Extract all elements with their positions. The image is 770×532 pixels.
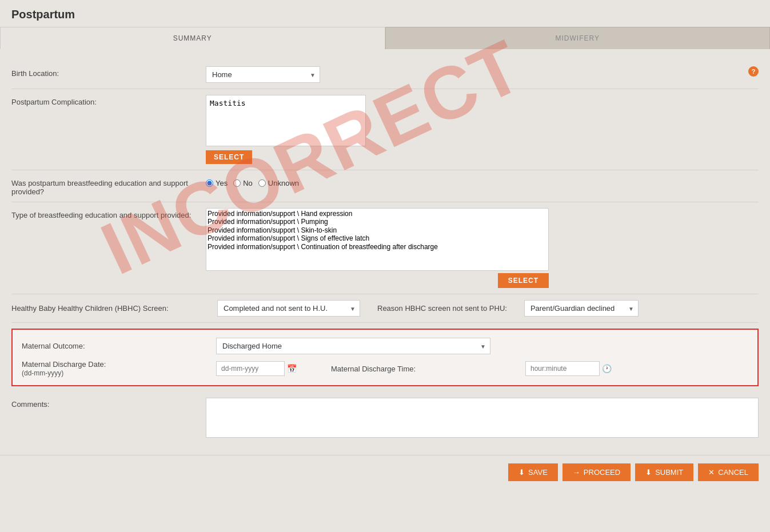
breastfeeding-no-label[interactable]: No — [233, 179, 253, 187]
hbhc-controls: Completed and not sent to H.U. Completed… — [217, 300, 759, 317]
calendar-icon: 📅 — [287, 364, 297, 373]
postpartum-complication-control: Mastitis SELECT — [206, 95, 759, 164]
cancel-button[interactable]: ✕ CANCEL — [698, 463, 759, 481]
birth-location-row: Birth Location: Home Hospital Other ? — [11, 61, 759, 89]
proceed-icon: → — [573, 468, 580, 477]
maternal-outcome-select[interactable]: Discharged Home Transferred Deceased — [216, 338, 490, 354]
postpartum-complication-label: Postpartum Complication: — [11, 95, 206, 106]
listbox-option-4[interactable]: Provided information/support \ Continuat… — [208, 243, 547, 251]
cancel-label: CANCEL — [718, 468, 748, 477]
comments-textarea[interactable] — [206, 398, 759, 438]
breastfeeding-no-radio[interactable] — [233, 179, 241, 187]
save-icon: ⬇ — [518, 468, 525, 477]
breastfeeding-yes-text: Yes — [216, 179, 228, 187]
maternal-section: Maternal Outcome: Discharged Home Transf… — [11, 329, 759, 386]
birth-location-select-wrapper: Home Hospital Other — [206, 66, 320, 83]
tab-midwifery[interactable]: MIDWIFERY — [385, 27, 771, 49]
breastfeeding-type-control: Provided information/support \ Hand expr… — [206, 208, 549, 288]
hbhc-label: Healthy Baby Healthy Children (HBHC) Scr… — [11, 304, 206, 313]
breastfeeding-unknown-text: Unknown — [268, 179, 299, 187]
save-label: SAVE — [528, 468, 548, 477]
submit-label: SUBMIT — [655, 468, 683, 477]
breastfeeding-question-row: Was postpartum breastfeeding education a… — [11, 170, 759, 202]
postpartum-complication-row: Postpartum Complication: Mastitis SELECT — [11, 89, 759, 170]
maternal-discharge-time-input[interactable] — [525, 361, 600, 376]
listbox-option-3[interactable]: Provided information/support \ Signs of … — [208, 234, 547, 242]
comments-label: Comments: — [11, 398, 206, 409]
proceed-button[interactable]: → PROCEED — [562, 463, 631, 481]
hbhc-select-wrapper: Completed and not sent to H.U. Completed… — [217, 300, 360, 317]
listbox-option-2[interactable]: Provided information/support \ Skin-to-s… — [208, 226, 547, 234]
submit-icon: ⬇ — [645, 468, 652, 477]
maternal-discharge-row: Maternal Discharge Date: (dd-mm-yyyy) 📅 … — [22, 360, 748, 377]
birth-location-select[interactable]: Home Hospital Other — [206, 66, 320, 83]
maternal-discharge-date-control: 📅 — [216, 361, 297, 376]
maternal-outcome-control: Discharged Home Transferred Deceased — [216, 338, 490, 354]
maternal-outcome-row: Maternal Outcome: Discharged Home Transf… — [22, 338, 748, 354]
listbox-option-1[interactable]: Provided information/support \ Pumping — [208, 218, 547, 226]
reason-hbhc-select[interactable]: Parent/Guardian declined Other — [524, 300, 639, 317]
breastfeeding-unknown-label[interactable]: Unknown — [258, 179, 299, 187]
listbox-option-0[interactable]: Provided information/support \ Hand expr… — [208, 210, 547, 218]
main-content: Birth Location: Home Hospital Other ? Po… — [0, 49, 770, 455]
maternal-discharge-date-input[interactable] — [216, 361, 285, 376]
reason-hbhc-label: Reason HBHC screen not sent to PHU: — [377, 304, 507, 313]
reason-hbhc-select-wrapper: Parent/Guardian declined Other — [524, 300, 639, 317]
maternal-discharge-date-sublabel: (dd-mm-yyyy) — [22, 369, 63, 377]
birth-location-label: Birth Location: — [11, 66, 206, 78]
postpartum-complication-select-button[interactable]: SELECT — [206, 150, 252, 164]
proceed-label: PROCEED — [584, 468, 620, 477]
clock-icon: 🕐 — [602, 364, 612, 373]
breastfeeding-type-row: Type of breastfeeding education and supp… — [11, 202, 759, 294]
breastfeeding-no-text: No — [243, 179, 253, 187]
breastfeeding-radio-group: Yes No Unknown — [206, 176, 759, 187]
page-wrapper: INCORRECT Postpartum SUMMARY MIDWIFERY B… — [0, 0, 770, 532]
maternal-discharge-date-label: Maternal Discharge Date: (dd-mm-yyyy) — [22, 360, 216, 377]
breastfeeding-yes-label[interactable]: Yes — [206, 179, 228, 187]
comments-row: Comments: — [11, 392, 759, 443]
breastfeeding-answer-control: Yes No Unknown — [206, 176, 759, 187]
breastfeeding-select-button[interactable]: SELECT — [498, 273, 549, 288]
hbhc-row: Healthy Baby Healthy Children (HBHC) Scr… — [11, 294, 759, 323]
breastfeeding-type-label: Type of breastfeeding education and supp… — [11, 208, 206, 219]
birth-location-control: Home Hospital Other — [206, 66, 744, 83]
submit-button[interactable]: ⬇ SUBMIT — [635, 463, 693, 481]
maternal-outcome-label: Maternal Outcome: — [22, 342, 216, 350]
tabs-container: SUMMARY MIDWIFERY — [0, 27, 770, 49]
cancel-icon: ✕ — [708, 468, 715, 477]
save-button[interactable]: ⬇ SAVE — [508, 463, 558, 481]
breastfeeding-type-listbox[interactable]: Provided information/support \ Hand expr… — [206, 208, 549, 271]
breastfeeding-select-btn-row: SELECT — [206, 273, 549, 288]
hbhc-select[interactable]: Completed and not sent to H.U. Completed… — [217, 300, 360, 317]
maternal-discharge-time-label: Maternal Discharge Time: — [331, 365, 525, 373]
bottom-bar: ⬇ SAVE → PROCEED ⬇ SUBMIT ✕ CANCEL — [0, 455, 770, 489]
maternal-discharge-time-control: 🕐 — [525, 361, 612, 376]
breastfeeding-unknown-radio[interactable] — [258, 179, 266, 187]
page-title: Postpartum — [0, 0, 770, 27]
breastfeeding-question-label: Was postpartum breastfeeding education a… — [11, 176, 206, 196]
help-icon[interactable]: ? — [748, 66, 759, 77]
breastfeeding-yes-radio[interactable] — [206, 179, 213, 187]
maternal-outcome-select-wrapper: Discharged Home Transferred Deceased — [216, 338, 490, 354]
tab-summary[interactable]: SUMMARY — [0, 27, 385, 49]
postpartum-complication-textarea[interactable]: Mastitis — [206, 95, 366, 146]
